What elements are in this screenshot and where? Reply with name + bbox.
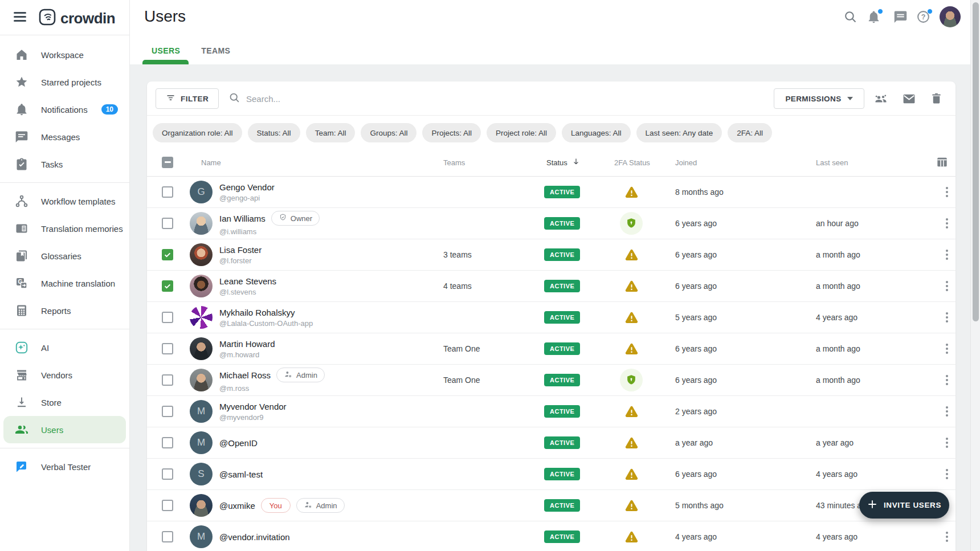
filter-chip[interactable]: Status: All <box>248 123 300 142</box>
sidebar-item-glossaries[interactable]: Glossaries <box>0 242 129 270</box>
row-checkbox[interactable] <box>162 500 173 511</box>
messages-icon[interactable] <box>893 10 908 25</box>
row-menu-button[interactable] <box>939 372 955 388</box>
user-name[interactable]: Mykhailo Rohalskyy <box>219 308 295 317</box>
sidebar-item-workflow-templates[interactable]: Workflow templates <box>0 187 129 215</box>
sidebar-item-tasks[interactable]: Tasks <box>0 150 129 178</box>
user-name[interactable]: @uxmike <box>219 501 255 511</box>
user-name[interactable]: Michael Ross <box>219 370 271 380</box>
scrollbar-thumb[interactable] <box>973 2 979 321</box>
row-checkbox[interactable] <box>162 437 173 448</box>
column-header-joined[interactable]: Joined <box>675 158 697 166</box>
sidebar-item-vendors[interactable]: Vendors <box>0 361 129 389</box>
row-menu-button[interactable] <box>939 466 955 482</box>
user-name[interactable]: Gengo Vendor <box>219 182 275 192</box>
row-menu-button[interactable] <box>939 247 955 263</box>
row-menu-button[interactable] <box>939 435 955 451</box>
column-header-2fa[interactable]: 2FA Status <box>614 158 650 166</box>
user-name[interactable]: Lisa Foster <box>219 245 262 255</box>
teams-link[interactable]: 4 teams <box>443 281 472 291</box>
filter-chip[interactable]: Team: All <box>306 123 356 142</box>
row-checkbox[interactable] <box>162 186 173 198</box>
user-name[interactable]: @vendor.invitation <box>219 532 290 542</box>
user-name[interactable]: @saml-test <box>219 470 263 479</box>
sidebar-item-reports[interactable]: Reports <box>0 297 129 324</box>
tab-teams[interactable]: TEAMS <box>201 46 230 64</box>
sidebar-item-workspace[interactable]: Workspace <box>0 41 129 68</box>
row-checkbox[interactable] <box>162 312 173 323</box>
table-row[interactable]: M @OpenID ACTIVE a year ago a year ago <box>147 427 956 459</box>
permissions-dropdown[interactable]: PERMISSIONS <box>774 88 864 109</box>
invite-users-button[interactable]: INVITE USERS <box>859 492 949 519</box>
row-menu-button[interactable] <box>939 403 955 419</box>
select-all-checkbox[interactable] <box>162 157 173 168</box>
sidebar-item-ai[interactable]: AI <box>0 334 129 361</box>
tab-users[interactable]: USERS <box>152 46 180 64</box>
column-settings-icon[interactable] <box>936 156 949 169</box>
row-menu-button[interactable] <box>939 184 955 200</box>
envelope-icon[interactable] <box>902 92 916 105</box>
sidebar-item-translation-memories[interactable]: Translation memories <box>0 215 129 242</box>
table-row[interactable]: Ian Williams Owner @i.williams ACTIVE 6 … <box>147 208 956 239</box>
filter-chip[interactable]: Languages: All <box>562 123 631 142</box>
filter-chip[interactable]: Groups: All <box>361 123 416 142</box>
table-row[interactable]: Lisa Foster @l.forster 3 teams ACTIVE 6 … <box>147 239 956 271</box>
table-row[interactable]: Martin Howard @m.howard Team One ACTIVE … <box>147 333 956 365</box>
table-row[interactable]: M @vendor.invitation ACTIVE 4 years ago … <box>147 521 956 551</box>
user-name[interactable]: Martin Howard <box>219 339 275 349</box>
filter-chip[interactable]: Project role: All <box>487 123 556 142</box>
row-checkbox[interactable] <box>162 374 173 386</box>
crowdin-logo[interactable]: crowdin <box>39 9 115 28</box>
sidebar-item-verbal-tester[interactable]: Verbal Tester <box>0 453 129 480</box>
sidebar-item-starred-projects[interactable]: Starred projects <box>0 68 129 96</box>
row-checkbox[interactable] <box>162 531 173 542</box>
column-header-last-seen[interactable]: Last seen <box>816 158 848 166</box>
row-checkbox[interactable] <box>162 218 173 229</box>
menu-icon[interactable] <box>14 12 26 22</box>
row-menu-button[interactable] <box>939 529 955 545</box>
sidebar-item-machine-translation[interactable]: G Machine translation <box>0 270 129 297</box>
table-row[interactable]: Leane Stevens @l.stevens 4 teams ACTIVE … <box>147 271 956 302</box>
table-row[interactable]: M Myvendor Vendor @myvendor9 ACTIVE 2 ye… <box>147 396 956 427</box>
sidebar-item-users[interactable]: Users <box>3 416 126 443</box>
sidebar-item-messages[interactable]: Messages <box>0 123 129 150</box>
row-menu-button[interactable] <box>939 309 955 325</box>
row-menu-button[interactable] <box>939 215 955 231</box>
row-checkbox[interactable] <box>162 249 173 260</box>
user-name[interactable]: @OpenID <box>219 438 258 448</box>
sidebar-item-store[interactable]: Store <box>0 389 129 416</box>
row-menu-button[interactable] <box>939 341 955 357</box>
column-header-name[interactable]: Name <box>201 158 221 166</box>
search-icon[interactable] <box>843 10 858 25</box>
teams-link[interactable]: Team One <box>443 344 480 353</box>
table-row[interactable]: S @saml-test ACTIVE 6 years ago 4 years … <box>147 459 956 490</box>
filter-chip[interactable]: 2FA: All <box>728 123 772 142</box>
filter-button[interactable]: FILTER <box>156 88 219 109</box>
table-row[interactable]: G Gengo Vendor @gengo-api ACTIVE 8 month… <box>147 177 956 208</box>
user-name[interactable]: Ian Williams <box>219 214 266 223</box>
trash-icon[interactable] <box>930 92 944 105</box>
user-name[interactable]: Myvendor Vendor <box>219 402 287 411</box>
row-checkbox[interactable] <box>162 406 173 417</box>
row-checkbox[interactable] <box>162 343 173 354</box>
sidebar-item-notifications[interactable]: Notifications 10 <box>0 96 129 123</box>
table-row[interactable]: @uxmike You Admin ACTIVE 5 months ago <box>147 490 956 521</box>
table-row[interactable]: Mykhailo Rohalskyy @Lalala-Custom-OAuth-… <box>147 302 956 333</box>
table-row[interactable]: Michael Ross Admin @m.ross Team One ACTI… <box>147 365 956 396</box>
help-icon[interactable]: ? <box>916 10 931 25</box>
notifications-bell-icon[interactable] <box>867 10 881 25</box>
column-header-teams[interactable]: Teams <box>443 158 465 166</box>
filter-chip[interactable]: Projects: All <box>422 123 481 142</box>
filter-chip[interactable]: Last seen: Any date <box>636 123 722 142</box>
scrollbar[interactable] <box>970 0 980 551</box>
row-menu-button[interactable] <box>939 278 955 294</box>
teams-link[interactable]: Team One <box>443 376 480 385</box>
user-name[interactable]: Leane Stevens <box>219 276 276 286</box>
user-avatar[interactable] <box>940 6 961 27</box>
column-header-status[interactable]: Status <box>546 157 581 168</box>
row-checkbox[interactable] <box>162 468 173 480</box>
search-input[interactable] <box>246 94 417 104</box>
row-checkbox[interactable] <box>162 280 173 292</box>
teams-link[interactable]: 3 teams <box>443 250 472 259</box>
group-icon[interactable] <box>874 92 888 105</box>
